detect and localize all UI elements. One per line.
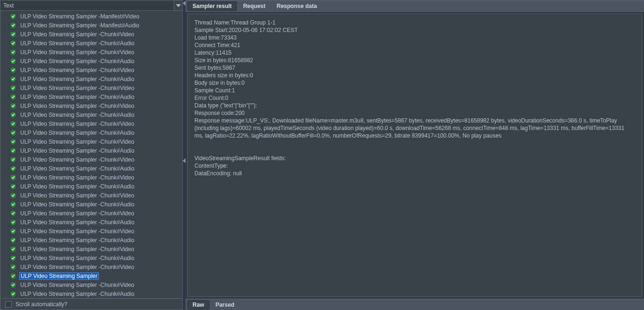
tree-row[interactable]: ULP Video Streaming Sampler -Chunk#Audio	[0, 289, 182, 298]
tree-row[interactable]: ULP Video Streaming Sampler -Chunk#Audio	[0, 92, 182, 101]
tree-row-label: ULP Video Streaming Sampler -Chunk#Audio	[19, 76, 135, 82]
chevron-down-icon	[176, 4, 181, 7]
tree-row-label: ULP Video Streaming Sampler -Chunk#Audio	[19, 165, 135, 172]
tab-raw[interactable]: Raw	[187, 300, 209, 310]
left-pane: Text ULP Video Streaming Sampler -Manife…	[0, 0, 183, 310]
results-tree[interactable]: ULP Video Streaming Sampler -Manifest UL…	[0, 11, 182, 298]
sampler-result-text[interactable]: Thread Name:Thread Group 1-1 Sample Star…	[187, 14, 642, 297]
success-shield-icon	[10, 165, 16, 172]
success-shield-icon	[10, 22, 16, 29]
tree-row[interactable]: ULP Video Streaming Sampler -Chunk#Video	[0, 173, 182, 182]
tree-row[interactable]: ULP Video Streaming Sampler -Chunk#Audio	[0, 39, 182, 48]
tree-row-label: ULP Video Streaming Sampler -Chunk#Video	[19, 103, 135, 109]
success-shield-icon	[10, 112, 16, 118]
tab-sampler-result[interactable]: Sampler result	[187, 1, 237, 11]
result-tabs: Sampler result Request Response data	[185, 0, 644, 12]
detail-connect-time: Connect Time:421	[194, 41, 635, 49]
detail-response-message: Response message:ULP_VS:, Downloaded fil…	[194, 117, 635, 139]
tree-row[interactable]: ULP Video Streaming Sampler -Chunk#Video	[0, 137, 182, 146]
tab-parsed[interactable]: Parsed	[210, 300, 240, 310]
detail-load-time: Load time:73343	[194, 34, 635, 41]
success-shield-icon	[10, 273, 16, 279]
tree-row[interactable]: ULP Video Streaming Sampler -Chunk#Audio	[0, 236, 182, 245]
tree-row[interactable]: ULP Video Streaming Sampler -Chunk#Audio	[0, 128, 182, 137]
tree-row[interactable]: ULP Video Streaming Sampler -Chunk#Audio	[0, 164, 182, 173]
tree-row[interactable]: ULP Video Streaming Sampler -Chunk#Video	[0, 155, 182, 164]
success-shield-icon	[10, 282, 16, 288]
detail-response-code: Response code:200	[194, 109, 635, 117]
tree-footer: Scroll automatically?	[0, 298, 182, 310]
tree-row[interactable]: ULP Video Streaming Sampler -Chunk#Audio	[0, 74, 182, 83]
tree-row-label: ULP Video Streaming Sampler -Chunk#Video	[19, 31, 135, 38]
tree-row-label: ULP Video Streaming Sampler -Chunk#Audio	[19, 219, 135, 226]
tree-row[interactable]: ULP Video Streaming Sampler -Chunk#Video	[0, 83, 182, 92]
success-shield-icon	[10, 103, 16, 109]
scroll-auto-checkbox[interactable]	[5, 301, 12, 308]
tree-row[interactable]: ULP Video Streaming Sampler -Chunk#Audio	[0, 253, 182, 262]
tree-row[interactable]: ULP Video Streaming Sampler -Chunk#Video	[0, 30, 182, 39]
column-dropdown-button[interactable]	[174, 0, 182, 10]
success-shield-icon	[10, 139, 16, 145]
tree-row[interactable]: ULP Video Streaming Sampler -Chunk#Audio	[0, 57, 182, 65]
tree-row-label: ULP Video Streaming Sampler -Chunk#Video	[19, 121, 135, 127]
tree-row[interactable]: ULP Video Streaming Sampler -Chunk#Video	[0, 65, 182, 74]
tree-row[interactable]: ULP Video Streaming Sampler -Chunk#Audio	[0, 146, 182, 155]
tree-row[interactable]: ULP Video Streaming Sampler -Chunk#Audio	[0, 110, 182, 119]
tree-row[interactable]: ULP Video Streaming Sampler -Chunk#Video	[0, 209, 182, 218]
success-shield-icon	[10, 228, 16, 235]
tree-row[interactable]: ULP Video Streaming Sampler -Manifest#Vi…	[0, 12, 182, 21]
tree-row[interactable]: ULP Video Streaming Sampler -Chunk#Video	[0, 262, 182, 271]
scroll-auto-label: Scroll automatically?	[16, 301, 67, 308]
detail-sample-start: Sample Start:2020-05-06 17:02:02 CEST	[194, 26, 635, 34]
tree-row-label: ULP Video Streaming Sampler -Manifest#Vi…	[19, 13, 140, 20]
tree-row[interactable]: ULP Video Streaming Sampler -Chunk#Audio	[0, 200, 182, 209]
detail-error-count: Error Count:0	[194, 94, 635, 102]
success-shield-icon	[10, 264, 16, 270]
tree-row-label: ULP Video Streaming Sampler -Chunk#Video	[19, 282, 135, 288]
tree-row-label: ULP Video Streaming Sampler -Chunk#Audio	[19, 40, 135, 47]
tree-row[interactable]: ULP Video Streaming Sampler -Manifest#Au…	[0, 21, 182, 30]
success-shield-icon	[10, 67, 16, 73]
detail-vssr-fields: VideoStreamingSampleResult fields:	[194, 155, 635, 162]
detail-sample-count: Sample Count:1	[194, 87, 635, 94]
success-shield-icon	[10, 210, 16, 217]
tree-row-label: ULP Video Streaming Sampler -Chunk#Audio	[19, 147, 135, 154]
tree-column-header[interactable]: Text	[3, 2, 174, 9]
success-shield-icon	[10, 76, 16, 82]
success-shield-icon	[10, 49, 16, 56]
tree-row-label: ULP Video Streaming Sampler -Chunk#Audio	[19, 237, 135, 244]
success-shield-icon	[10, 85, 16, 91]
tree-row-label: ULP Video Streaming Sampler -Chunk#Video	[19, 192, 135, 199]
success-shield-icon	[10, 40, 16, 47]
tree-row-label: ULP Video Streaming Sampler -Manifest#Au…	[19, 22, 140, 29]
success-shield-icon	[10, 147, 16, 154]
tab-request[interactable]: Request	[238, 1, 270, 11]
tree-row[interactable]: ULP Video Streaming Sampler -Chunk#Video	[0, 191, 182, 200]
tree-row[interactable]: ULP Video Streaming Sampler	[0, 271, 182, 280]
tab-response-data[interactable]: Response data	[272, 1, 322, 11]
success-shield-icon	[10, 183, 16, 190]
tree-row-label: ULP Video Streaming Sampler	[19, 272, 99, 280]
tree-row-label: ULP Video Streaming Sampler -Chunk#Audio	[19, 58, 135, 65]
tree-row[interactable]: ULP Video Streaming Sampler -Chunk#Video	[0, 101, 182, 110]
tree-row[interactable]: ULP Video Streaming Sampler -Chunk#Video	[0, 227, 182, 236]
detail-thread-name: Thread Name:Thread Group 1-1	[194, 19, 635, 26]
tree-row-label: ULP Video Streaming Sampler -Chunk#Video	[19, 228, 135, 235]
tree-row-label: ULP Video Streaming Sampler -Chunk#Video	[19, 246, 135, 253]
detail-data-encoding: DataEncoding: null	[194, 170, 635, 177]
tree-row-label: ULP Video Streaming Sampler -Chunk#Video	[19, 49, 135, 56]
tree-row[interactable]: ULP Video Streaming Sampler -Chunk#Video	[0, 48, 182, 57]
right-pane: Sampler result Request Response data Thr…	[185, 0, 644, 310]
tree-row-label: ULP Video Streaming Sampler -Chunk#Video	[19, 264, 135, 270]
detail-content-type: ContentType:	[194, 162, 635, 170]
success-shield-icon	[10, 13, 16, 20]
detail-data-type: Data type ("text"|"bin"|""):	[194, 102, 635, 109]
tree-row[interactable]: ULP Video Streaming Sampler -Chunk#Audio	[0, 218, 182, 227]
tree-row-label: ULP Video Streaming Sampler -Chunk#Audio	[19, 255, 135, 261]
success-shield-icon	[10, 291, 16, 297]
detail-latency: Latency:11415	[194, 49, 635, 57]
tree-row[interactable]: ULP Video Streaming Sampler -Chunk#Video	[0, 280, 182, 289]
tree-row[interactable]: ULP Video Streaming Sampler -Chunk#Video	[0, 245, 182, 253]
tree-row[interactable]: ULP Video Streaming Sampler -Chunk#Audio	[0, 182, 182, 191]
tree-row[interactable]: ULP Video Streaming Sampler -Chunk#Video	[0, 119, 182, 128]
